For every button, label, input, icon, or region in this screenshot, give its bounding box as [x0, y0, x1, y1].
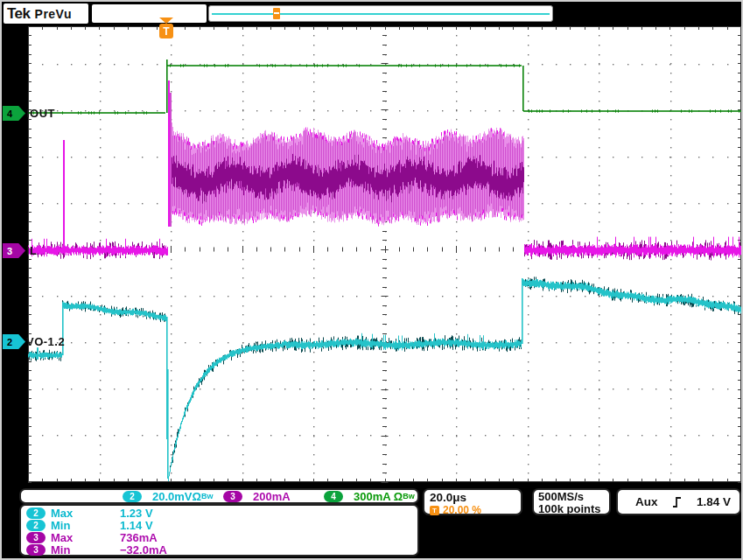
brand-logo: Tek [7, 5, 31, 23]
record-view-bar[interactable] [208, 5, 553, 22]
menu-strip [92, 4, 207, 23]
meas-3-value: 736mA [120, 531, 158, 544]
trace-label-vo: VO-1.2 [26, 335, 65, 348]
channel-2-scale[interactable]: 20.0mVΩBw [152, 490, 213, 503]
acquisition-mode-label: PreVu [35, 7, 72, 21]
record-waveform-line [212, 13, 550, 15]
meas-2-channel-badge: 2 [26, 520, 46, 531]
channel-4-bandwidth-icon: Bw [403, 492, 415, 500]
meas-1-channel-badge: 2 [26, 508, 46, 519]
channel-2-bandwidth-icon: Bw [201, 492, 214, 500]
brand-status-box: Tek PreVu [4, 4, 88, 24]
channel-2-impedance: Ω [193, 490, 201, 503]
trace-label-il: IL [26, 244, 38, 257]
meas-3-label: Max [51, 531, 73, 544]
trace-label-iout: IOUT [26, 107, 55, 120]
trigger-position-readout: 20.00 % [443, 504, 481, 516]
trigger-level: 1.84 V [697, 495, 731, 508]
timebase-box[interactable]: 20.0μs T 20.00 % [423, 488, 522, 515]
meas-1-value: 1.23 V [120, 507, 153, 520]
channel-4-badge[interactable]: 4 [324, 491, 343, 502]
trigger-position-t-icon[interactable]: T [159, 24, 173, 38]
trigger-position-arrow-icon[interactable] [159, 18, 173, 24]
meas-4-value: −32.0mA [120, 543, 167, 556]
channel-4-impedance: Ω [394, 490, 403, 503]
oscilloscope-screen: Tek PreVu T 4 IOUT 3 IL 2 VO-1.2 2 20.0m… [0, 0, 743, 560]
acquisition-box[interactable]: 500MS/s 100k points [532, 488, 611, 515]
channel-4-scale[interactable]: 300mA ΩBw [354, 490, 415, 503]
meas-2-label: Min [51, 519, 70, 532]
sample-rate: 500MS/s [538, 491, 609, 503]
channel-3-scale[interactable]: 200mA [253, 490, 291, 503]
trigger-box[interactable]: Aux 1.84 V [616, 488, 741, 515]
record-length: 100k points [538, 503, 609, 515]
meas-1-label: Max [51, 507, 73, 520]
meas-4-channel-badge: 3 [26, 544, 46, 556]
measurements-box: 2 Max 1.23 V 2 Min 1.14 V 3 Max 736mA 3 … [19, 504, 419, 556]
channel-3-badge[interactable]: 3 [223, 491, 242, 502]
record-trigger-position-icon[interactable] [273, 8, 280, 19]
trigger-t-icon: T [430, 506, 439, 515]
meas-3-channel-badge: 3 [26, 532, 46, 543]
rising-edge-icon [672, 496, 683, 508]
timebase-scale: 20.0μs [430, 491, 521, 504]
channel-settings-bar: 2 20.0mVΩBw 3 200mA 4 300mA ΩBw [19, 488, 419, 504]
meas-2-value: 1.14 V [120, 519, 153, 532]
trigger-source: Aux [635, 495, 658, 508]
waveform-canvas [2, 2, 743, 560]
meas-4-label: Min [51, 543, 70, 556]
channel-2-badge[interactable]: 2 [123, 491, 142, 502]
